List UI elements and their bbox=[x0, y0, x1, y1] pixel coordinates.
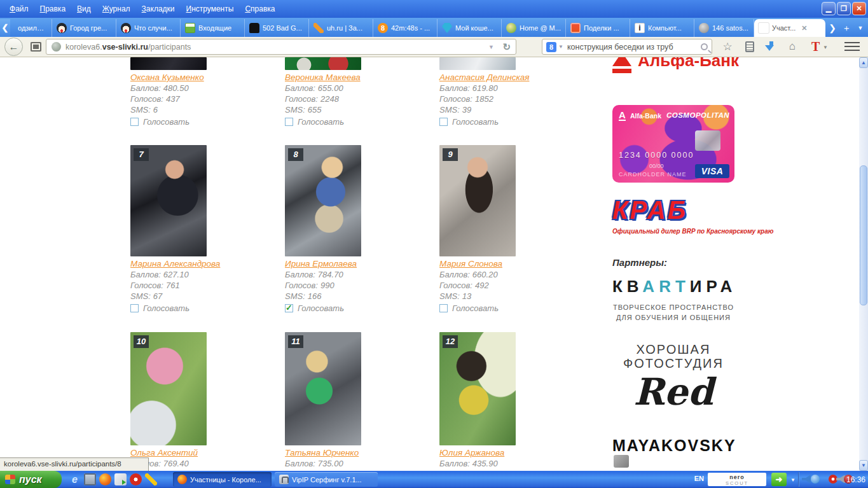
browser-tab[interactable]: 8 42m:48s - ... bbox=[373, 19, 437, 37]
participant-photo[interactable] bbox=[285, 57, 361, 70]
nero-scout-widget[interactable]: nero SCOUT bbox=[708, 473, 766, 486]
browser-tab[interactable]: i Компьют... bbox=[630, 19, 694, 37]
address-bar[interactable]: koroleva6.vse-slivki.ru/participants ▼ ↻ bbox=[46, 39, 516, 55]
search-bar[interactable]: 8 ▼ конструкция беседки из труб bbox=[542, 39, 712, 55]
points-label: Баллов: bbox=[130, 83, 161, 93]
menu-hamburger-icon[interactable] bbox=[844, 42, 860, 52]
language-indicator[interactable]: EN bbox=[694, 475, 704, 482]
show-desktop-icon[interactable] bbox=[84, 473, 96, 485]
photostudio-logo[interactable]: ХОРОШАЯ ФОТОСТУДИЯ Red bbox=[612, 342, 734, 414]
tab-list-dropdown[interactable]: ▼ bbox=[853, 19, 867, 37]
vote-checkbox[interactable] bbox=[439, 304, 448, 312]
browser-tab[interactable]: одзилла ... bbox=[10, 19, 52, 37]
participant-photo[interactable]: 7 bbox=[130, 145, 207, 256]
search-input[interactable]: конструкция беседки из труб bbox=[567, 43, 701, 52]
participant-photo[interactable]: 8 bbox=[285, 145, 361, 256]
scroll-up-icon[interactable]: ▲ bbox=[859, 57, 868, 68]
vote-checkbox[interactable] bbox=[439, 118, 448, 126]
tab-scroll-left[interactable]: ❮ bbox=[0, 19, 10, 37]
menu-bookmarks[interactable]: Закладки bbox=[136, 3, 181, 15]
scrollbar-thumb[interactable] bbox=[860, 165, 867, 305]
browser-tab[interactable]: Город гре... bbox=[52, 19, 116, 37]
browser-tab[interactable]: Входящие bbox=[181, 19, 245, 37]
restore-button[interactable]: ❐ bbox=[837, 2, 851, 15]
participant-name-link[interactable]: Марина Александрова bbox=[130, 259, 220, 268]
minimize-button[interactable]: ▁ bbox=[822, 2, 836, 15]
participant-name-link[interactable]: Анастасия Делинская bbox=[439, 73, 529, 82]
volume-icon[interactable] bbox=[802, 475, 811, 484]
browser-tab[interactable]: Home @ M... bbox=[502, 19, 566, 37]
browser-tab[interactable]: Что случи... bbox=[116, 19, 181, 37]
menu-history[interactable]: Журнал bbox=[97, 3, 136, 15]
firefox-icon[interactable] bbox=[99, 473, 111, 485]
tray-dropdown-icon[interactable]: ▼ bbox=[790, 477, 796, 483]
search-icon[interactable] bbox=[701, 43, 708, 50]
home-icon[interactable]: ⌂ bbox=[785, 40, 800, 53]
reload-icon[interactable]: ↻ bbox=[502, 41, 511, 53]
vote-checkbox[interactable] bbox=[130, 118, 139, 126]
search-engine-icon[interactable]: 8 bbox=[546, 42, 556, 52]
browser-tab[interactable]: 502 Bad G... bbox=[245, 19, 309, 37]
participant-photo[interactable]: 11 bbox=[285, 332, 361, 445]
start-button[interactable]: пуск bbox=[0, 471, 62, 488]
opera-icon[interactable] bbox=[829, 475, 837, 484]
participant-photo[interactable] bbox=[130, 57, 207, 70]
tab-scroll-right[interactable]: ❯ bbox=[825, 19, 839, 37]
participant-photo[interactable] bbox=[439, 57, 516, 70]
taskbar-task-vipip[interactable]: VipIP Серфинг v.7.1... bbox=[275, 472, 378, 487]
points-label: Баллов: bbox=[285, 459, 315, 468]
ie-icon[interactable]: e bbox=[69, 473, 81, 485]
close-button[interactable]: ✕ bbox=[852, 2, 866, 15]
taskbar-task-firefox[interactable]: Участницы - Короле... bbox=[173, 472, 272, 487]
menu-tools[interactable]: Инструменты bbox=[181, 3, 240, 15]
url-dropdown-icon[interactable]: ▼ bbox=[488, 44, 494, 50]
browser-tab-active[interactable]: Участ... ✕ bbox=[754, 19, 825, 37]
shield-icon[interactable] bbox=[114, 473, 127, 485]
vote-checkbox-checked[interactable] bbox=[285, 304, 293, 312]
menu-help[interactable]: Справка bbox=[239, 3, 280, 15]
kvartira-logo[interactable]: КВАRТИРА ТВОРЧЕСКОЕ ПРОСТРАНСТВО ДЛЯ ОБУ… bbox=[612, 277, 734, 323]
menu-view[interactable]: Вид bbox=[71, 3, 97, 15]
votes-value: 761 bbox=[166, 281, 180, 290]
alfabank-logo[interactable]: Альфа-Банк bbox=[612, 57, 734, 80]
krab-logo[interactable]: КРАБ Официальный дилер BRP по Красноярск… bbox=[612, 196, 734, 235]
participant-name-link[interactable]: Мария Слонова bbox=[439, 259, 502, 268]
mayakovsky-mark-icon bbox=[614, 455, 629, 468]
grid-addon-icon[interactable] bbox=[31, 42, 41, 52]
participant-name-link[interactable]: Ирина Ермолаева bbox=[285, 259, 357, 268]
points-value: 769.40 bbox=[163, 459, 189, 468]
krab-tagline: Официальный дилер BRP по Красноярскому к… bbox=[612, 228, 734, 235]
network-icon[interactable] bbox=[811, 475, 820, 484]
scroll-down-icon[interactable]: ▼ bbox=[859, 460, 868, 471]
participant-name-link[interactable]: Ольга Аксентий bbox=[130, 448, 198, 457]
new-tab-button[interactable]: ＋ bbox=[839, 19, 853, 37]
mayakovsky-logo[interactable]: MAYAKOVSKY bbox=[612, 436, 734, 468]
tray-green-arrow-icon[interactable]: ➜ bbox=[771, 473, 787, 486]
menu-edit[interactable]: Правка bbox=[34, 3, 72, 15]
bookmark-star-icon[interactable]: ☆ bbox=[720, 40, 735, 53]
participant-photo[interactable]: 9 bbox=[439, 145, 516, 256]
t-addon-dropdown-icon[interactable]: ▼ bbox=[823, 45, 828, 50]
status-link-preview: koroleva6.vse-slivki.ru/participants/8 bbox=[0, 457, 149, 471]
participant-name-link[interactable]: Оксана Кузьменко bbox=[130, 73, 204, 82]
opera-icon[interactable] bbox=[130, 473, 142, 485]
search-engine-dropdown-icon[interactable]: ▼ bbox=[558, 44, 563, 50]
menu-file[interactable]: Файл bbox=[4, 3, 34, 15]
participant-name-link[interactable]: Татьяна Юрченко bbox=[285, 448, 359, 457]
browser-tab[interactable]: Мой коше... bbox=[437, 19, 502, 37]
participant-name-link[interactable]: Вероника Макеева bbox=[285, 73, 361, 82]
tab-close-icon[interactable]: ✕ bbox=[801, 24, 807, 32]
lightning-icon[interactable] bbox=[145, 473, 157, 485]
participant-photo[interactable]: 10 bbox=[130, 332, 207, 445]
participant-photo[interactable]: 12 bbox=[439, 332, 516, 445]
bookmarks-panel-icon[interactable] bbox=[745, 41, 754, 52]
t-addon-icon[interactable]: T bbox=[811, 39, 820, 54]
vote-checkbox[interactable] bbox=[285, 118, 293, 126]
browser-tab[interactable]: 146 satos... bbox=[694, 19, 754, 37]
browser-tab[interactable]: Поделки ... bbox=[566, 19, 630, 37]
vertical-scrollbar[interactable]: ▲ ▼ bbox=[859, 57, 868, 471]
participant-name-link[interactable]: Юлия Аржанова bbox=[439, 448, 504, 457]
browser-tab[interactable]: uh.ru | За... bbox=[309, 19, 373, 37]
back-button[interactable]: ← bbox=[4, 38, 23, 56]
vote-checkbox[interactable] bbox=[130, 304, 139, 312]
